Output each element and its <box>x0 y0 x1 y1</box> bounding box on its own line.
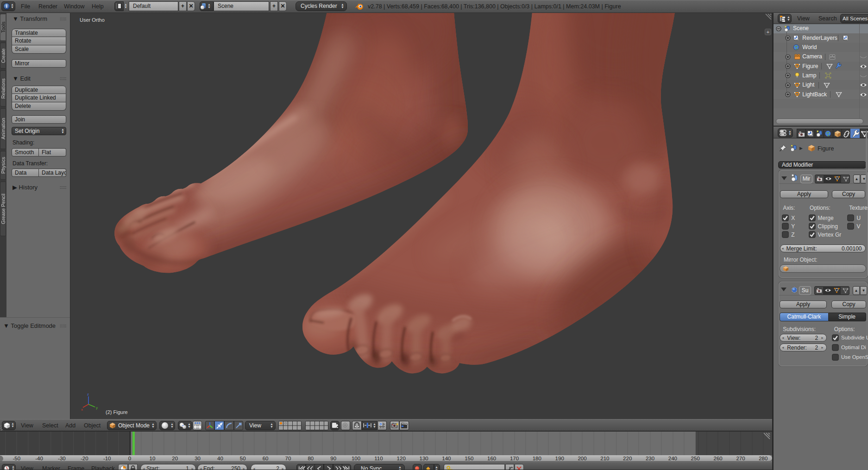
svg-text:z: z <box>87 392 89 396</box>
svg-text:y: y <box>96 406 98 410</box>
svg-text:x: x <box>81 407 83 411</box>
